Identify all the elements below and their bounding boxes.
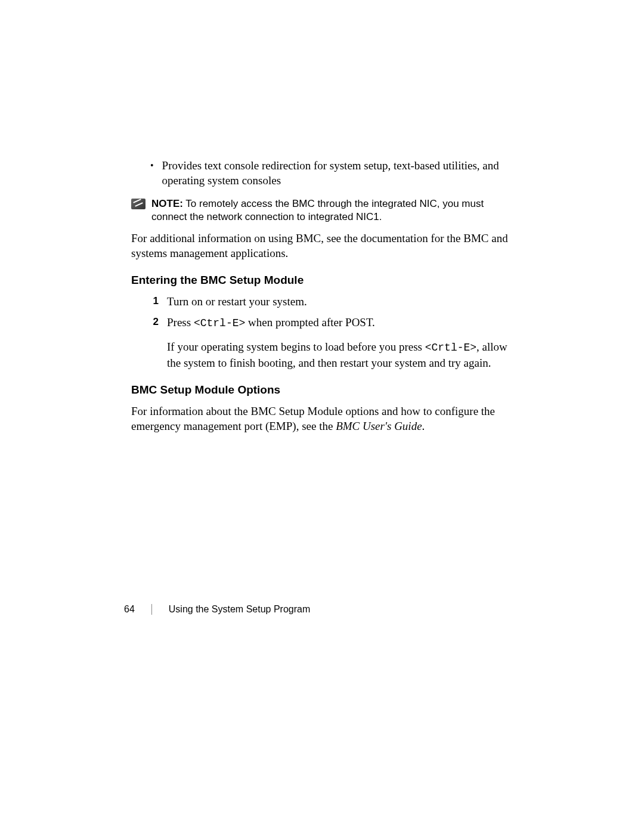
body-para-1: For additional information on using BMC,… — [131, 231, 513, 261]
step-number: 2 — [150, 315, 159, 329]
heading-entering-bmc: Entering the BMC Setup Module — [131, 274, 513, 287]
step-note: If your operating system begins to load … — [167, 339, 513, 370]
step-text: Turn on or restart your system. — [167, 294, 307, 309]
step-code: <Ctrl-E> — [194, 317, 245, 329]
body-para-2: For information about the BMC Setup Modu… — [131, 404, 513, 433]
bullet-marker: • — [150, 159, 154, 173]
note-block: NOTE: To remotely access the BMC through… — [131, 197, 513, 224]
step-prefix: Press — [167, 316, 194, 329]
footer-page-number: 64 — [124, 604, 135, 615]
step-number: 1 — [150, 294, 159, 308]
numbered-list: 1 Turn on or restart your system. 2 Pres… — [150, 294, 513, 331]
bullet-item: • Provides text console redirection for … — [150, 158, 513, 188]
step-2: 2 Press <Ctrl-E> when prompted after POS… — [150, 315, 513, 331]
page-content: • Provides text console redirection for … — [131, 158, 513, 444]
para2-prefix: For information about the BMC Setup Modu… — [131, 405, 495, 432]
step-note-prefix: If your operating system begins to load … — [167, 340, 425, 353]
footer-section-title: Using the System Setup Program — [169, 604, 310, 615]
para2-suffix: . — [422, 420, 425, 432]
note-text-before: To remotely access the BMC through the — [183, 198, 371, 209]
page-footer: 64 Using the System Setup Program — [124, 604, 310, 615]
step-text: Press <Ctrl-E> when prompted after POST. — [167, 315, 375, 331]
heading-bmc-options: BMC Setup Module Options — [131, 383, 513, 397]
bullet-text: Provides text console redirection for sy… — [162, 158, 513, 188]
step-note-code: <Crtl-E> — [425, 342, 476, 354]
step-suffix: when prompted after POST. — [245, 316, 375, 329]
note-label: NOTE: — [151, 198, 183, 209]
para2-italic: BMC User's Guide — [336, 420, 422, 432]
bullet-list: • Provides text console redirection for … — [150, 158, 513, 188]
step-1: 1 Turn on or restart your system. — [150, 294, 513, 309]
footer-separator — [151, 604, 152, 615]
note-text-bold: integrated NIC — [371, 198, 437, 209]
note-content: NOTE: To remotely access the BMC through… — [151, 197, 513, 224]
note-icon — [131, 199, 145, 209]
